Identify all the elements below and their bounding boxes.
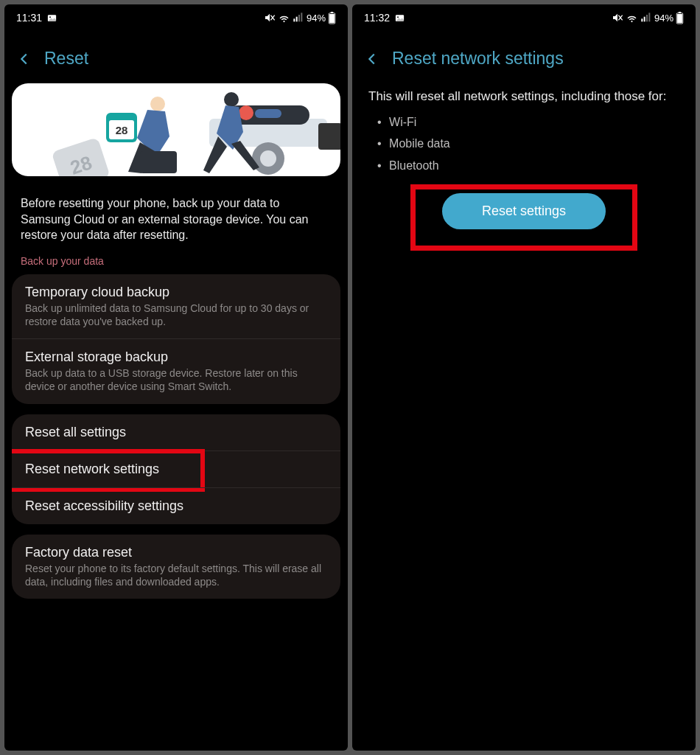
- row-sub: Reset your phone to its factory default …: [25, 562, 327, 588]
- content: This will reset all network settings, in…: [352, 83, 696, 751]
- back-icon[interactable]: [16, 51, 32, 67]
- illustration: 28 28: [12, 83, 340, 176]
- svg-rect-14: [255, 109, 281, 118]
- svg-point-25: [397, 16, 399, 18]
- reset-options-card: Reset all settings Reset network setting…: [12, 414, 340, 524]
- image-icon: [394, 13, 405, 24]
- section-label: Back up your data: [4, 255, 348, 274]
- factory-data-reset[interactable]: Factory data reset Reset your phone to i…: [12, 535, 340, 599]
- reset-settings-button[interactable]: Reset settings: [442, 193, 606, 229]
- row-sub: Back up unlimited data to Samsung Cloud …: [25, 302, 327, 328]
- svg-point-16: [260, 150, 276, 167]
- content: 28 28 Before resetting your phone, back …: [4, 83, 348, 751]
- battery-icon: [676, 12, 684, 24]
- backup-card: Temporary cloud backup Back up unlimited…: [12, 274, 340, 404]
- info-text: Before resetting your phone, back up you…: [4, 176, 348, 255]
- external-storage-backup[interactable]: External storage backup Back up data to …: [12, 338, 340, 403]
- bullet-wifi: Wi-Fi: [377, 111, 671, 133]
- svg-point-18: [224, 92, 239, 107]
- svg-rect-17: [318, 123, 340, 150]
- row-title: Reset all settings: [25, 425, 327, 440]
- button-wrap: Reset settings: [352, 177, 696, 229]
- bullet-bluetooth: Bluetooth: [377, 155, 671, 177]
- svg-point-19: [150, 97, 165, 111]
- status-battery-pct: 94%: [654, 13, 673, 24]
- signal-icon: [293, 12, 304, 24]
- mute-icon: [264, 12, 276, 24]
- description: This will reset all network settings, in…: [352, 83, 696, 111]
- back-icon[interactable]: [364, 51, 380, 67]
- signal-icon: [640, 12, 652, 24]
- svg-rect-4: [293, 18, 295, 21]
- status-battery-pct: 94%: [307, 13, 326, 24]
- svg-point-13: [239, 105, 253, 120]
- page-title: Reset: [44, 49, 88, 69]
- row-sub: Back up data to a USB storage device. Re…: [25, 366, 327, 393]
- svg-rect-6: [298, 15, 300, 21]
- svg-point-1: [49, 16, 51, 18]
- svg-rect-10: [329, 13, 335, 22]
- page-header: Reset network settings: [352, 31, 696, 83]
- row-title: Reset accessibility settings: [25, 498, 327, 514]
- calendar-day-small: 28: [116, 124, 128, 136]
- page-title: Reset network settings: [392, 49, 564, 69]
- page-header: Reset: [4, 31, 348, 83]
- bullet-mobile-data: Mobile data: [377, 133, 671, 155]
- reset-accessibility-settings[interactable]: Reset accessibility settings: [12, 487, 340, 524]
- row-title: External storage backup: [25, 349, 327, 365]
- image-icon: [46, 13, 57, 24]
- svg-rect-28: [641, 18, 643, 21]
- phone-right: 11:32 94% Reset network settings This wi…: [352, 4, 696, 751]
- status-time: 11:31: [16, 12, 42, 24]
- row-title: Factory data reset: [25, 545, 327, 560]
- reset-all-settings[interactable]: Reset all settings: [12, 414, 340, 450]
- temporary-cloud-backup[interactable]: Temporary cloud backup Back up unlimited…: [12, 274, 340, 338]
- phone-left: 11:31 94% Reset: [4, 4, 348, 751]
- svg-rect-29: [644, 17, 645, 22]
- row-title: Temporary cloud backup: [25, 285, 327, 300]
- svg-rect-34: [677, 13, 682, 22]
- status-bar: 11:31 94%: [4, 4, 348, 31]
- svg-rect-31: [648, 13, 650, 21]
- wifi-icon: [278, 12, 290, 24]
- svg-rect-20: [140, 151, 177, 173]
- battery-icon: [328, 12, 336, 24]
- mute-icon: [612, 12, 623, 24]
- status-time: 11:32: [364, 12, 390, 24]
- wifi-icon: [626, 12, 638, 24]
- bullet-list: Wi-Fi Mobile data Bluetooth: [352, 111, 696, 177]
- svg-rect-7: [301, 13, 302, 21]
- row-title: Reset network settings: [25, 462, 327, 477]
- svg-rect-30: [646, 15, 648, 21]
- status-bar: 11:32 94%: [352, 4, 696, 31]
- svg-rect-5: [296, 17, 298, 22]
- reset-network-settings[interactable]: Reset network settings: [12, 450, 340, 487]
- factory-reset-card: Factory data reset Reset your phone to i…: [12, 535, 340, 599]
